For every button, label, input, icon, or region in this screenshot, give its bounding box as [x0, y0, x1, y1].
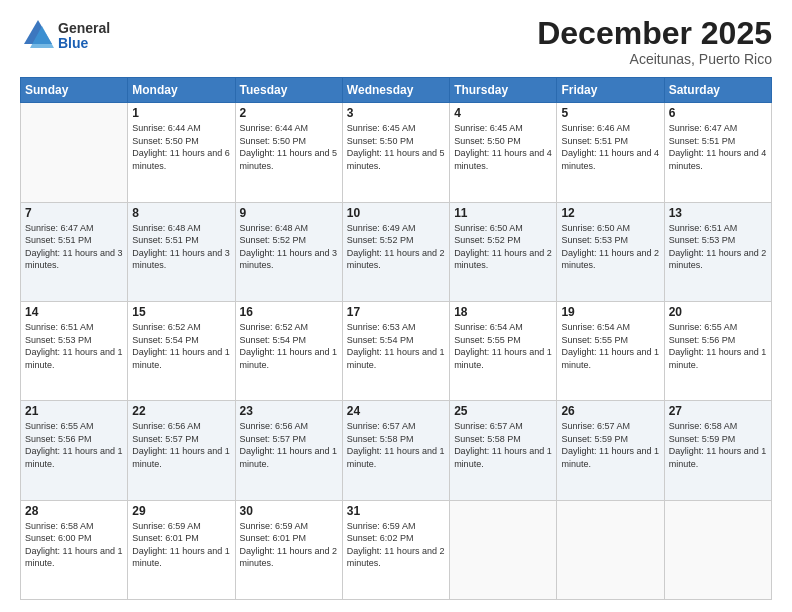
calendar-week-4: 21Sunrise: 6:55 AMSunset: 5:56 PMDayligh…	[21, 401, 772, 500]
day-info: Sunrise: 6:58 AMSunset: 6:00 PMDaylight:…	[25, 520, 123, 570]
calendar-header-row: SundayMondayTuesdayWednesdayThursdayFrid…	[21, 78, 772, 103]
day-number: 24	[347, 404, 445, 418]
day-number: 27	[669, 404, 767, 418]
day-info: Sunrise: 6:53 AMSunset: 5:54 PMDaylight:…	[347, 321, 445, 371]
day-info: Sunrise: 6:52 AMSunset: 5:54 PMDaylight:…	[132, 321, 230, 371]
day-number: 4	[454, 106, 552, 120]
calendar-cell: 30Sunrise: 6:59 AMSunset: 6:01 PMDayligh…	[235, 500, 342, 599]
day-number: 9	[240, 206, 338, 220]
calendar-week-2: 7Sunrise: 6:47 AMSunset: 5:51 PMDaylight…	[21, 202, 772, 301]
logo: General Blue	[20, 16, 110, 56]
day-number: 22	[132, 404, 230, 418]
day-info: Sunrise: 6:46 AMSunset: 5:51 PMDaylight:…	[561, 122, 659, 172]
calendar-header-tuesday: Tuesday	[235, 78, 342, 103]
calendar-cell: 15Sunrise: 6:52 AMSunset: 5:54 PMDayligh…	[128, 301, 235, 400]
calendar-cell: 16Sunrise: 6:52 AMSunset: 5:54 PMDayligh…	[235, 301, 342, 400]
location: Aceitunas, Puerto Rico	[537, 51, 772, 67]
calendar-cell: 2Sunrise: 6:44 AMSunset: 5:50 PMDaylight…	[235, 103, 342, 202]
day-info: Sunrise: 6:50 AMSunset: 5:52 PMDaylight:…	[454, 222, 552, 272]
day-info: Sunrise: 6:54 AMSunset: 5:55 PMDaylight:…	[561, 321, 659, 371]
calendar-cell: 24Sunrise: 6:57 AMSunset: 5:58 PMDayligh…	[342, 401, 449, 500]
calendar-cell: 22Sunrise: 6:56 AMSunset: 5:57 PMDayligh…	[128, 401, 235, 500]
calendar-header-sunday: Sunday	[21, 78, 128, 103]
day-number: 23	[240, 404, 338, 418]
day-info: Sunrise: 6:52 AMSunset: 5:54 PMDaylight:…	[240, 321, 338, 371]
calendar-cell: 25Sunrise: 6:57 AMSunset: 5:58 PMDayligh…	[450, 401, 557, 500]
calendar-cell: 8Sunrise: 6:48 AMSunset: 5:51 PMDaylight…	[128, 202, 235, 301]
calendar-table: SundayMondayTuesdayWednesdayThursdayFrid…	[20, 77, 772, 600]
day-number: 1	[132, 106, 230, 120]
day-info: Sunrise: 6:59 AMSunset: 6:02 PMDaylight:…	[347, 520, 445, 570]
month-title: December 2025	[537, 16, 772, 51]
calendar-week-5: 28Sunrise: 6:58 AMSunset: 6:00 PMDayligh…	[21, 500, 772, 599]
calendar-cell: 1Sunrise: 6:44 AMSunset: 5:50 PMDaylight…	[128, 103, 235, 202]
calendar-header-wednesday: Wednesday	[342, 78, 449, 103]
calendar-header-friday: Friday	[557, 78, 664, 103]
day-number: 29	[132, 504, 230, 518]
day-info: Sunrise: 6:48 AMSunset: 5:51 PMDaylight:…	[132, 222, 230, 272]
day-number: 14	[25, 305, 123, 319]
calendar-week-1: 1Sunrise: 6:44 AMSunset: 5:50 PMDaylight…	[21, 103, 772, 202]
calendar-cell: 17Sunrise: 6:53 AMSunset: 5:54 PMDayligh…	[342, 301, 449, 400]
day-info: Sunrise: 6:59 AMSunset: 6:01 PMDaylight:…	[132, 520, 230, 570]
calendar-cell: 11Sunrise: 6:50 AMSunset: 5:52 PMDayligh…	[450, 202, 557, 301]
day-number: 6	[669, 106, 767, 120]
day-number: 5	[561, 106, 659, 120]
day-number: 11	[454, 206, 552, 220]
calendar-cell: 27Sunrise: 6:58 AMSunset: 5:59 PMDayligh…	[664, 401, 771, 500]
day-info: Sunrise: 6:56 AMSunset: 5:57 PMDaylight:…	[132, 420, 230, 470]
day-info: Sunrise: 6:58 AMSunset: 5:59 PMDaylight:…	[669, 420, 767, 470]
day-number: 2	[240, 106, 338, 120]
day-info: Sunrise: 6:59 AMSunset: 6:01 PMDaylight:…	[240, 520, 338, 570]
day-info: Sunrise: 6:57 AMSunset: 5:58 PMDaylight:…	[347, 420, 445, 470]
day-info: Sunrise: 6:55 AMSunset: 5:56 PMDaylight:…	[669, 321, 767, 371]
day-info: Sunrise: 6:51 AMSunset: 5:53 PMDaylight:…	[25, 321, 123, 371]
day-number: 21	[25, 404, 123, 418]
day-info: Sunrise: 6:57 AMSunset: 5:59 PMDaylight:…	[561, 420, 659, 470]
calendar-cell: 12Sunrise: 6:50 AMSunset: 5:53 PMDayligh…	[557, 202, 664, 301]
calendar-cell: 23Sunrise: 6:56 AMSunset: 5:57 PMDayligh…	[235, 401, 342, 500]
calendar-cell	[557, 500, 664, 599]
logo-icon	[20, 16, 56, 52]
calendar-cell	[21, 103, 128, 202]
day-info: Sunrise: 6:44 AMSunset: 5:50 PMDaylight:…	[132, 122, 230, 172]
calendar-cell	[664, 500, 771, 599]
day-number: 8	[132, 206, 230, 220]
calendar-cell: 20Sunrise: 6:55 AMSunset: 5:56 PMDayligh…	[664, 301, 771, 400]
page: General Blue December 2025 Aceitunas, Pu…	[0, 0, 792, 612]
day-number: 12	[561, 206, 659, 220]
calendar-header-saturday: Saturday	[664, 78, 771, 103]
day-number: 31	[347, 504, 445, 518]
calendar-cell: 29Sunrise: 6:59 AMSunset: 6:01 PMDayligh…	[128, 500, 235, 599]
calendar-cell	[450, 500, 557, 599]
calendar-cell: 31Sunrise: 6:59 AMSunset: 6:02 PMDayligh…	[342, 500, 449, 599]
day-number: 10	[347, 206, 445, 220]
calendar-week-3: 14Sunrise: 6:51 AMSunset: 5:53 PMDayligh…	[21, 301, 772, 400]
calendar-cell: 13Sunrise: 6:51 AMSunset: 5:53 PMDayligh…	[664, 202, 771, 301]
calendar-header-monday: Monday	[128, 78, 235, 103]
day-info: Sunrise: 6:47 AMSunset: 5:51 PMDaylight:…	[25, 222, 123, 272]
day-number: 18	[454, 305, 552, 319]
day-info: Sunrise: 6:56 AMSunset: 5:57 PMDaylight:…	[240, 420, 338, 470]
calendar-cell: 14Sunrise: 6:51 AMSunset: 5:53 PMDayligh…	[21, 301, 128, 400]
day-number: 17	[347, 305, 445, 319]
day-info: Sunrise: 6:55 AMSunset: 5:56 PMDaylight:…	[25, 420, 123, 470]
logo-blue-text: Blue	[58, 35, 88, 51]
day-info: Sunrise: 6:54 AMSunset: 5:55 PMDaylight:…	[454, 321, 552, 371]
header: General Blue December 2025 Aceitunas, Pu…	[20, 16, 772, 67]
day-info: Sunrise: 6:45 AMSunset: 5:50 PMDaylight:…	[347, 122, 445, 172]
day-info: Sunrise: 6:48 AMSunset: 5:52 PMDaylight:…	[240, 222, 338, 272]
day-info: Sunrise: 6:51 AMSunset: 5:53 PMDaylight:…	[669, 222, 767, 272]
calendar-cell: 4Sunrise: 6:45 AMSunset: 5:50 PMDaylight…	[450, 103, 557, 202]
day-number: 30	[240, 504, 338, 518]
logo-general-text: General	[58, 20, 110, 36]
day-number: 13	[669, 206, 767, 220]
day-number: 28	[25, 504, 123, 518]
day-info: Sunrise: 6:47 AMSunset: 5:51 PMDaylight:…	[669, 122, 767, 172]
calendar-cell: 7Sunrise: 6:47 AMSunset: 5:51 PMDaylight…	[21, 202, 128, 301]
calendar-cell: 19Sunrise: 6:54 AMSunset: 5:55 PMDayligh…	[557, 301, 664, 400]
calendar-cell: 9Sunrise: 6:48 AMSunset: 5:52 PMDaylight…	[235, 202, 342, 301]
day-number: 25	[454, 404, 552, 418]
calendar-cell: 5Sunrise: 6:46 AMSunset: 5:51 PMDaylight…	[557, 103, 664, 202]
calendar-cell: 3Sunrise: 6:45 AMSunset: 5:50 PMDaylight…	[342, 103, 449, 202]
